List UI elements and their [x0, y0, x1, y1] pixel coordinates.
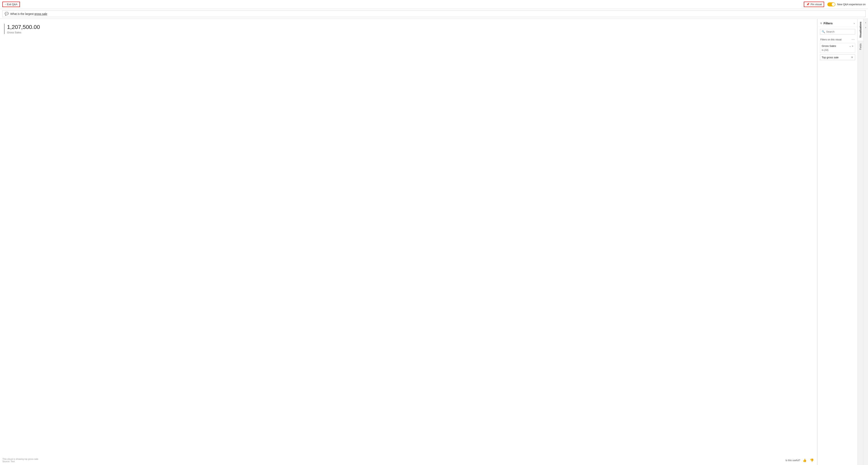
toggle-track	[827, 2, 835, 6]
thumbs-up-button[interactable]: 👍	[802, 458, 807, 463]
pin-visual-button[interactable]: 📌 Pin visual	[804, 2, 824, 7]
qna-input-wrapper[interactable]: 💬 What is the largest gross sale	[2, 10, 866, 17]
filter-tag-text: Top gross sale	[822, 56, 839, 59]
filter-icon: ▿	[820, 21, 822, 25]
value-number: 1,207,500.00	[7, 24, 813, 31]
chat-icon: 💬	[5, 12, 9, 16]
toggle-label: New Q&A experience on	[837, 3, 866, 6]
bottom-text-line2: Source: Test	[2, 460, 38, 463]
right-tabs: Visualizations Fields	[858, 19, 863, 465]
qna-input-row: 💬 What is the largest gross sale	[0, 9, 868, 19]
filters-more-button[interactable]: ⋯	[851, 38, 855, 41]
top-bar-left: ‹ Exit Q&A	[2, 2, 20, 7]
filter-tag: Top gross sale ✕	[820, 55, 855, 60]
new-experience-toggle[interactable]	[827, 2, 835, 6]
top-bar-right: 📌 Pin visual New Q&A experience on	[804, 2, 866, 7]
value-display: 1,207,500.00 Gross Sales	[4, 24, 813, 34]
toggle-thumb	[832, 3, 835, 6]
exit-qna-button[interactable]: ‹ Exit Q&A	[2, 2, 20, 7]
filters-search-wrapper[interactable]: 🔍	[820, 29, 855, 34]
filters-search-input[interactable]	[826, 30, 853, 33]
filter-item-value: is (All)	[820, 48, 855, 53]
qna-query-text: What is the largest	[10, 12, 34, 15]
pin-icon: 📌	[806, 3, 809, 6]
tab-fields[interactable]: Fields	[858, 41, 863, 53]
search-icon: 🔍	[822, 30, 825, 33]
visual-area: 1,207,500.00 Gross Sales This visual is …	[0, 19, 817, 465]
bottom-info: This visual is showing top gross sale So…	[2, 458, 38, 463]
collapse-left-button[interactable]: ‹	[864, 20, 867, 25]
filter-item: Gross Sales ⌄ ⎈ is (All)	[820, 43, 855, 53]
filters-panel: ▿ Filters › 🔍 Filters on this visual ⋯ G…	[817, 19, 858, 465]
filter-chevron-icon[interactable]: ⌄	[849, 45, 851, 47]
filter-item-name: Gross Sales	[822, 44, 836, 47]
filters-title: Filters	[824, 22, 833, 25]
main-content: 1,207,500.00 Gross Sales This visual is …	[0, 19, 868, 465]
filters-header: ▿ Filters ›	[817, 19, 858, 27]
filter-item-header: Gross Sales ⌄ ⎈	[820, 43, 855, 48]
exit-qna-label: Exit Q&A	[7, 3, 18, 6]
filters-expand-button[interactable]: ›	[854, 22, 855, 25]
pin-visual-label: Pin visual	[811, 3, 822, 6]
filters-section-label: Filters on this visual ⋯	[817, 36, 858, 42]
filter-clear-icon[interactable]: ⎈	[852, 45, 853, 47]
filter-tag-close-button[interactable]: ✕	[851, 56, 853, 59]
bottom-text-line1: This visual is showing top gross sale	[2, 458, 38, 460]
collapse-btn-area: ‹ ›	[863, 19, 868, 465]
value-label: Gross Sales	[7, 31, 813, 34]
qna-query-underlined: gross sale	[34, 12, 47, 15]
feedback-label: Is this useful?	[785, 459, 800, 462]
filter-item-controls: ⌄ ⎈	[849, 45, 853, 47]
feedback-area: Is this useful? 👍 👎	[785, 458, 815, 463]
filters-section-text: Filters on this visual	[820, 38, 841, 41]
chevron-left-icon: ‹	[5, 3, 6, 6]
qna-input-text[interactable]: What is the largest gross sale	[10, 12, 863, 15]
filters-title-area: ▿ Filters	[820, 21, 833, 25]
top-bar: ‹ Exit Q&A 📌 Pin visual New Q&A experien…	[0, 0, 868, 9]
collapse-right-button[interactable]: ›	[864, 25, 867, 30]
toggle-area: New Q&A experience on	[827, 2, 866, 6]
tab-visualizations[interactable]: Visualizations	[858, 19, 863, 41]
thumbs-down-button[interactable]: 👎	[809, 458, 815, 463]
